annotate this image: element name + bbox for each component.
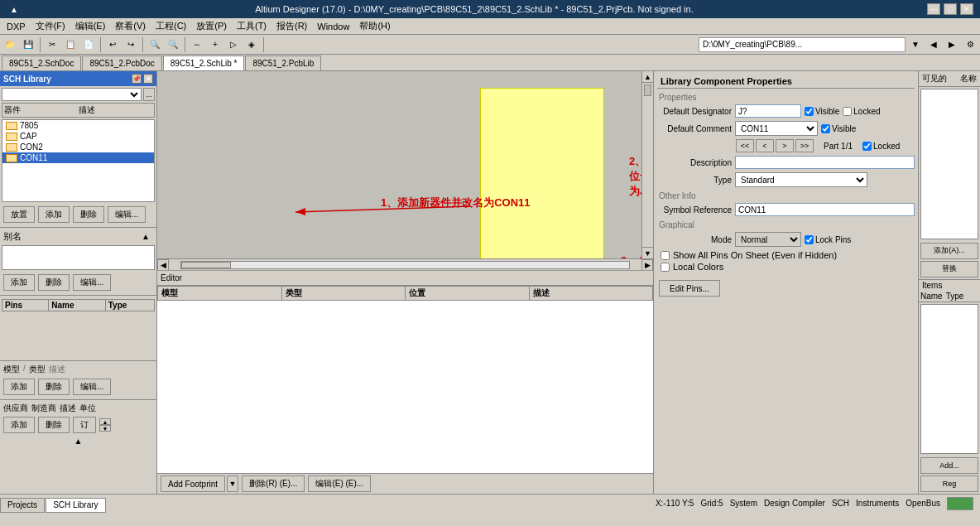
nav-prev-btn[interactable]: <: [756, 139, 774, 152]
order-spinner[interactable]: ▲ ▼: [99, 418, 111, 432]
toolbar-settings[interactable]: ⚙: [962, 36, 978, 53]
edit-pins-btn[interactable]: Edit Pins...: [659, 280, 720, 297]
mode-select[interactable]: Normal: [735, 232, 801, 247]
vertical-scrollbar[interactable]: ▲ ▼: [641, 71, 653, 258]
menu-dxp[interactable]: DXP: [2, 21, 31, 32]
toolbar-nav-1[interactable]: ◀: [925, 36, 942, 53]
scroll-thumb-h[interactable]: [181, 262, 231, 268]
horizontal-scrollbar[interactable]: ◀ ▶: [157, 258, 653, 270]
footprint-dropdown-btn[interactable]: ▼: [227, 475, 238, 492]
alias-edit-btn[interactable]: 编辑...: [73, 274, 111, 291]
lock-pins-check[interactable]: [805, 235, 814, 244]
editor-canvas[interactable]: 1、添加新器件并改名为CON11 2、位号为J?: [157, 71, 653, 258]
menu-project[interactable]: 工程(C): [151, 19, 191, 33]
locked-check-2[interactable]: [862, 142, 872, 151]
panel-close-btn[interactable]: ✕: [143, 74, 153, 84]
show-all-pins-check[interactable]: [661, 251, 670, 260]
toolbar-btn-1[interactable]: 📁: [2, 36, 18, 53]
scroll-thumb[interactable]: [644, 84, 651, 96]
model-edit-btn[interactable]: 编辑...: [73, 379, 111, 395]
toolbar-btn-2[interactable]: 💾: [20, 36, 36, 53]
visible-check-1[interactable]: [805, 107, 814, 116]
model-add-btn[interactable]: 添加: [3, 379, 35, 395]
path-btn[interactable]: ▼: [907, 36, 924, 53]
far-right-replace-btn[interactable]: 替换: [920, 261, 978, 277]
toolbar-btn-4[interactable]: 📋: [62, 36, 79, 53]
menu-place[interactable]: 放置(P): [191, 19, 232, 33]
supplier-order-btn[interactable]: 订: [73, 417, 96, 433]
alias-label: 别名: [3, 230, 22, 243]
toolbar-btn-3[interactable]: ✂: [44, 36, 60, 53]
visible-check-2[interactable]: [821, 124, 830, 133]
scroll-left-btn[interactable]: ◀: [157, 259, 169, 271]
far-right-add2-btn[interactable]: Add...: [920, 457, 978, 474]
place-button[interactable]: 放置: [3, 206, 35, 223]
edit-button[interactable]: 编辑...: [108, 206, 146, 223]
nav-next-btn[interactable]: >: [776, 139, 794, 152]
maximize-button[interactable]: □: [944, 3, 957, 15]
default-designator-input[interactable]: [735, 104, 801, 118]
component-list[interactable]: 7805 CAP CON2 CON11: [2, 119, 155, 202]
scroll-right-btn[interactable]: ▶: [641, 259, 653, 271]
toolbar-btn-5[interactable]: 📄: [80, 36, 97, 53]
scroll-down-btn[interactable]: ▼: [642, 247, 653, 258]
menu-file[interactable]: 文件(F): [31, 19, 70, 33]
far-right-add-btn[interactable]: 添加(A)...: [920, 243, 978, 259]
tab-pcbdoc[interactable]: 89C51_2.PcbDoc: [82, 55, 161, 70]
tab-sch-library[interactable]: SCH Library: [46, 498, 105, 513]
menu-window[interactable]: Window: [312, 21, 354, 32]
panel-expand-arrow[interactable]: ▲: [0, 435, 156, 447]
toolbar-btn-6[interactable]: +: [207, 36, 223, 53]
toolbar-btn-wire[interactable]: ～: [189, 36, 205, 53]
toolbar-btn-zoom-out[interactable]: 🔍: [165, 36, 181, 53]
supplier-add-btn[interactable]: 添加: [3, 417, 35, 433]
comp-item-con11[interactable]: CON11: [2, 152, 154, 163]
menu-reports[interactable]: 报告(R): [271, 19, 312, 33]
comp-item-7805[interactable]: 7805: [2, 120, 154, 131]
alias-add-btn[interactable]: 添加: [3, 274, 35, 291]
alias-list[interactable]: [2, 245, 155, 270]
nav-last-btn[interactable]: >>: [795, 139, 814, 152]
toolbar-nav-2[interactable]: ▶: [944, 36, 960, 53]
default-designator-row: Default Designator Visible Locked: [657, 104, 915, 118]
local-colors-check[interactable]: [661, 263, 670, 272]
close-button[interactable]: ✕: [960, 3, 973, 15]
editor-edit-btn[interactable]: 编辑(E) (E)...: [308, 475, 371, 492]
tab-pcblib[interactable]: 89C51_2.PcbLib: [245, 55, 321, 70]
toolbar-btn-8[interactable]: ◈: [243, 36, 260, 53]
toolbar-btn-7[interactable]: ▷: [225, 36, 242, 53]
tab-schdoc[interactable]: 89C51_2.SchDoc: [2, 55, 81, 70]
description-input[interactable]: [735, 156, 915, 169]
editor-remove-btn[interactable]: 删除(R) (E)...: [242, 475, 305, 492]
tab-schlib[interactable]: 89C51_2.SchLib *: [163, 55, 245, 70]
symbol-ref-input[interactable]: [735, 203, 915, 216]
nav-first-btn[interactable]: <<: [736, 139, 754, 152]
toolbar-btn-redo[interactable]: ↪: [122, 36, 139, 53]
comp-item-cap[interactable]: CAP: [2, 131, 154, 142]
supplier-remove-btn[interactable]: 删除: [38, 417, 70, 433]
scroll-up-btn[interactable]: ▲: [642, 71, 653, 83]
comp-item-con2[interactable]: CON2: [2, 142, 154, 152]
default-comment-select[interactable]: CON11: [735, 121, 818, 136]
remove-button[interactable]: 删除: [73, 206, 104, 223]
add-button[interactable]: 添加: [38, 206, 70, 223]
menu-help[interactable]: 帮助(H): [354, 19, 395, 33]
minimize-button[interactable]: —: [927, 3, 940, 15]
tab-projects[interactable]: Projects: [0, 498, 45, 513]
alias-expand[interactable]: ▲: [142, 232, 153, 241]
component-filter-dropdown[interactable]: [2, 88, 142, 101]
far-right-reg-btn[interactable]: Reg: [920, 475, 978, 492]
model-remove-btn[interactable]: 删除: [38, 379, 70, 395]
alias-remove-btn[interactable]: 删除: [38, 274, 70, 291]
menu-view[interactable]: 察看(V): [110, 19, 151, 33]
more-btn[interactable]: ...: [143, 88, 155, 101]
toolbar-btn-zoom-in[interactable]: 🔍: [147, 36, 163, 53]
bottom-tabs: Projects SCH Library: [0, 495, 107, 513]
add-footprint-btn[interactable]: Add Footprint: [161, 475, 225, 492]
toolbar-btn-undo[interactable]: ↩: [104, 36, 121, 53]
locked-check-1[interactable]: [843, 107, 852, 116]
menu-edit[interactable]: 编辑(E): [70, 19, 111, 33]
menu-tools[interactable]: 工具(T): [232, 19, 271, 33]
panel-pin-btn[interactable]: 📌: [132, 74, 142, 84]
type-select[interactable]: Standard: [735, 172, 867, 187]
